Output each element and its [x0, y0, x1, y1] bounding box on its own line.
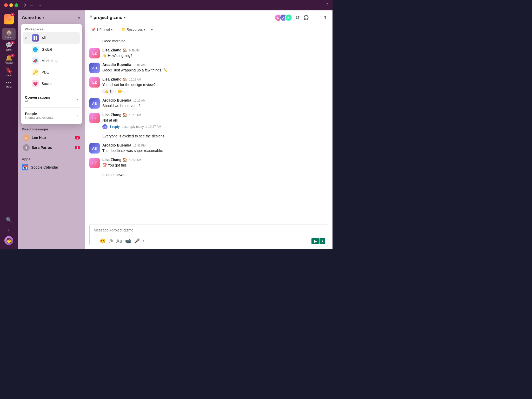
dm-sara-parras[interactable]: S Sara Parras 1 [19, 143, 84, 152]
resources-button[interactable]: 📁 Resources ▾ [119, 26, 148, 32]
dms-label: DMs [6, 49, 12, 51]
close-button[interactable] [4, 3, 8, 7]
sidebar-item-more[interactable]: ••• More [2, 79, 16, 90]
msg-text-lisa-1012: You all set for the design review? [102, 82, 328, 88]
msg-content-arcadio-1232: Arcadio Buendia 12:32 PM That feedback w… [102, 143, 328, 154]
history-icon[interactable]: ⏱ [22, 3, 26, 8]
msg-content-arcadio-1001: Arcadio Buendia 10:01 AM Good! Just wrap… [102, 63, 328, 73]
svg-rect-3 [36, 38, 37, 40]
thread-reply-1015[interactable]: AB 1 reply Last reply today at 10:27 AM [102, 124, 328, 129]
mic-button[interactable]: 🎤 [133, 237, 141, 245]
workspace-marketing[interactable]: 📣 Marketing [23, 55, 80, 66]
minimize-button[interactable] [9, 3, 13, 7]
user-avatar: 🧑 [4, 236, 13, 245]
app-logo-badge: 1 [10, 13, 15, 16]
channel-dropdown-icon[interactable]: ▾ [124, 16, 125, 19]
msg-header-lisa-959: Lisa Zhang 🏠 9:59 AM [102, 48, 328, 52]
pinned-button[interactable]: 📌 3 Pinned ▾ [89, 26, 115, 32]
reaction-add-1012[interactable]: 😊+ [115, 89, 126, 94]
team-name-button[interactable]: Acme Inc ▾ [22, 15, 44, 20]
later-icon: 🔖 [5, 68, 12, 74]
sidebar-item-home[interactable]: 🏠 Home [2, 28, 16, 40]
workspace-marketing-label: Marketing [42, 59, 57, 63]
message-everyone: Everyone is excited to see the designs. [89, 134, 328, 139]
workspace-all[interactable]: ✓ All [23, 32, 80, 44]
icon-sidebar: 🦩 1 🏠 Home 💬 DMs 3 🔔 Activity 2 🔖 Later … [0, 10, 18, 249]
resources-label: Resources [127, 28, 143, 31]
msg-time-arcadio-1232: 12:32 PM [133, 144, 145, 147]
send-button[interactable]: ▶ [311, 238, 320, 244]
message-input-box: + 😊 @ Aa 📹 🎤 / ▶ ▾ [89, 224, 328, 246]
dm-lee-hao[interactable]: L Lee Hao 2 [19, 133, 84, 143]
msg-author-lisa-1233: Lisa Zhang 🏠 [102, 158, 127, 162]
good-morning-text: Good morning! [102, 39, 127, 43]
send-dropdown-button[interactable]: ▾ [320, 238, 325, 244]
team-menu-button[interactable]: ≡ [77, 14, 81, 21]
workspace-global-icon: 🌐 [32, 46, 39, 53]
slash-button[interactable]: / [142, 237, 145, 245]
people-nav[interactable]: People Internal and external › [23, 109, 80, 122]
emoji-button[interactable]: 😊 [99, 237, 107, 245]
sidebar-item-dms[interactable]: 💬 DMs 3 [2, 41, 16, 53]
msg-header-lisa-1233: Lisa Zhang 🏠 12:33 AM [102, 158, 328, 162]
team-sidebar: Acme Inc ▾ ≡ Workspaces ✓ All 🌐 Global [18, 10, 85, 249]
message-input[interactable] [90, 224, 328, 236]
search-button[interactable]: 🔍 [2, 215, 16, 224]
msg-text-arcadio-1013: Should we be nervous? [102, 103, 328, 109]
msg-text-lisa-1015: Not at all! [102, 118, 328, 123]
traffic-lights [4, 3, 18, 7]
msg-time-arcadio-1013: 10:13 AM [133, 99, 145, 102]
mention-button[interactable]: @ [108, 237, 114, 245]
channel-kebab-button[interactable]: ⋮ [312, 15, 320, 21]
add-button[interactable]: + [2, 225, 16, 235]
thread-reply-count: 1 reply [110, 125, 120, 129]
conversations-nav[interactable]: Conversations All › [23, 93, 80, 106]
people-arrow: › [77, 114, 78, 118]
add-toolbar-icon: + [151, 28, 153, 31]
message-group-lisa-1015: LZ Lisa Zhang 🏠 10:15 AM Not at all! AB … [89, 113, 328, 129]
folder-icon: 📁 [121, 28, 125, 31]
forward-button[interactable]: → [37, 2, 43, 8]
google-calendar-item[interactable]: 📅 Google Calendar [18, 163, 85, 172]
messages-area[interactable]: Good morning! LZ Lisa Zhang 🏠 9:59 AM 👋 … [85, 34, 332, 222]
msg-author-lisa-1015: Lisa Zhang 🏠 [102, 113, 127, 117]
msg-author-arcadio-1232: Arcadio Buendia [102, 143, 131, 147]
avatar-button[interactable]: 🧑 [2, 236, 16, 245]
workspace-social[interactable]: 💗 Social [23, 78, 80, 89]
lisa-avatar-1015: LZ [89, 113, 100, 123]
arcadio-avatar-1232: AB [89, 143, 100, 154]
sidebar-item-activity[interactable]: 🔔 Activity 2 [2, 54, 16, 66]
msg-text-arcadio-1232: That feedback was super reasonable. [102, 148, 328, 154]
text-format-button[interactable]: Aa [115, 237, 123, 245]
channel-name-text: project-gizmo [94, 15, 122, 20]
lee-hao-avatar: L [23, 134, 30, 141]
help-icon[interactable]: ? [326, 3, 328, 8]
svg-rect-1 [36, 36, 37, 38]
msg-time-lisa-1015: 10:15 AM [129, 114, 141, 117]
back-button[interactable]: ← [29, 2, 35, 8]
workspace-all-label: All [42, 36, 46, 40]
msg-header-arcadio-1001: Arcadio Buendia 10:01 AM [102, 63, 328, 67]
reaction-muscle[interactable]: 💪 1 [102, 89, 114, 94]
lisa-avatar-1233: LZ [89, 158, 100, 168]
nav-buttons: ← → [29, 2, 43, 8]
member-avatars[interactable]: L A K [275, 14, 292, 21]
workspace-global[interactable]: 🌐 Global [23, 44, 80, 55]
workspace-pde[interactable]: 🔑 PDE [23, 66, 80, 78]
share-icon-button[interactable]: ⬆ [322, 14, 328, 21]
send-icon: ▶ [314, 239, 317, 243]
add-toolbar-button[interactable]: + [149, 26, 155, 32]
msg-text-arcadio-1001: Good! Just wrapping up a few things. ✏️ [102, 68, 328, 73]
lee-hao-name: Lee Hao [32, 136, 73, 140]
maximize-button[interactable] [15, 3, 18, 7]
headphone-button[interactable]: 🎧 [302, 14, 310, 22]
workspace-dropdown: Workspaces ✓ All 🌐 Global 📣 Marketing [21, 24, 82, 124]
video-button[interactable]: 📹 [124, 237, 132, 245]
sara-parras-name: Sara Parras [32, 145, 73, 150]
workspace-pde-label: PDE [42, 70, 49, 74]
sidebar-item-later[interactable]: 🔖 Later [2, 66, 16, 78]
app-container: 🦩 1 🏠 Home 💬 DMs 3 🔔 Activity 2 🔖 Later … [0, 10, 332, 249]
attach-button[interactable]: + [93, 237, 98, 245]
app-logo[interactable]: 🦩 1 [2, 12, 16, 26]
member-avatar-3: K [285, 14, 292, 21]
